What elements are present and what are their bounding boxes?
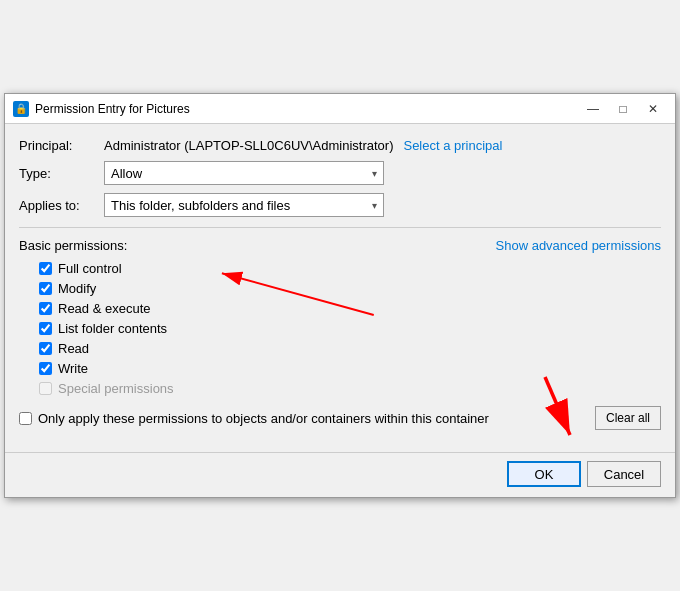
principal-value: Administrator (LAPTOP-SLL0C6UV\Administr…: [104, 138, 393, 153]
perm-full-control-label: Full control: [58, 261, 122, 276]
dialog-buttons: OK Cancel: [5, 452, 675, 497]
perm-modify: Modify: [39, 281, 661, 296]
perm-modify-label: Modify: [58, 281, 96, 296]
perm-full-control: Full control: [39, 261, 661, 276]
perm-read: Read: [39, 341, 661, 356]
principal-row: Principal: Administrator (LAPTOP-SLL0C6U…: [19, 138, 661, 153]
window-controls: — □ ✕: [579, 97, 667, 121]
bottom-section: Only apply these permissions to objects …: [19, 406, 661, 430]
permissions-header: Basic permissions: Show advanced permiss…: [19, 238, 661, 253]
perm-read-checkbox[interactable]: [39, 342, 52, 355]
perm-special-checkbox: [39, 382, 52, 395]
type-dropdown[interactable]: Allow ▾: [104, 161, 384, 185]
applies-to-value: This folder, subfolders and files: [111, 198, 290, 213]
perm-read-execute-checkbox[interactable]: [39, 302, 52, 315]
select-principal-link[interactable]: Select a principal: [403, 138, 502, 153]
advanced-permissions-link[interactable]: Show advanced permissions: [496, 238, 661, 253]
dialog-content: Principal: Administrator (LAPTOP-SLL0C6U…: [5, 124, 675, 452]
applies-to-dropdown[interactable]: This folder, subfolders and files ▾: [104, 193, 384, 217]
perm-list-folder-label: List folder contents: [58, 321, 167, 336]
minimize-button[interactable]: —: [579, 97, 607, 121]
cancel-button[interactable]: Cancel: [587, 461, 661, 487]
perm-list-folder-checkbox[interactable]: [39, 322, 52, 335]
apply-permissions-checkbox[interactable]: [19, 412, 32, 425]
separator-1: [19, 227, 661, 228]
maximize-button[interactable]: □: [609, 97, 637, 121]
clear-all-button[interactable]: Clear all: [595, 406, 661, 430]
perm-special-label: Special permissions: [58, 381, 174, 396]
perm-read-label: Read: [58, 341, 89, 356]
perm-list-folder: List folder contents: [39, 321, 661, 336]
ok-button[interactable]: OK: [507, 461, 581, 487]
type-row: Type: Allow ▾: [19, 161, 661, 185]
type-dropdown-value: Allow: [111, 166, 142, 181]
permissions-list: Full control Modify Read & execute List …: [39, 261, 661, 396]
perm-read-execute-label: Read & execute: [58, 301, 151, 316]
window-icon: 🔒: [13, 101, 29, 117]
type-dropdown-arrow: ▾: [372, 168, 377, 179]
perm-special: Special permissions: [39, 381, 661, 396]
type-label: Type:: [19, 166, 104, 181]
applies-to-arrow: ▾: [372, 200, 377, 211]
perm-read-execute: Read & execute: [39, 301, 661, 316]
dialog-window: 🔒 Permission Entry for Pictures — □ ✕ Pr…: [4, 93, 676, 498]
permissions-overlay: Full control Modify Read & execute List …: [19, 261, 661, 396]
apply-permissions-label: Only apply these permissions to objects …: [38, 411, 595, 426]
perm-full-control-checkbox[interactable]: [39, 262, 52, 275]
perm-modify-checkbox[interactable]: [39, 282, 52, 295]
perm-write-label: Write: [58, 361, 88, 376]
applies-to-row: Applies to: This folder, subfolders and …: [19, 193, 661, 217]
perm-write: Write: [39, 361, 661, 376]
close-button[interactable]: ✕: [639, 97, 667, 121]
permissions-title: Basic permissions:: [19, 238, 127, 253]
principal-label: Principal:: [19, 138, 104, 153]
window-title: Permission Entry for Pictures: [35, 102, 579, 116]
applies-to-label: Applies to:: [19, 198, 104, 213]
title-bar: 🔒 Permission Entry for Pictures — □ ✕: [5, 94, 675, 124]
perm-write-checkbox[interactable]: [39, 362, 52, 375]
